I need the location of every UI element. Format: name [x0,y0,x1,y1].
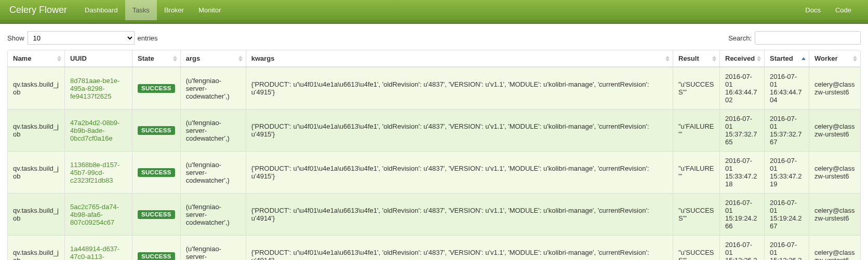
state-badge: SUCCESS [138,252,175,261]
cell-state: SUCCESS [132,235,181,260]
uuid-link[interactable]: 47a2b4d2-08b9-4b9b-8ade-0bcd7cf0a16e [70,119,119,142]
col-header-kwargs[interactable]: kwargs [246,50,673,67]
cell-received: 2016-07-01 15:33:47.218 [720,151,765,193]
cell-result: "u'SUCCESS'" [673,67,720,109]
cell-args: (u'fengniao-server-codewatcher',) [181,151,246,193]
col-header-started[interactable]: Started [765,50,809,67]
col-header-worker[interactable]: Worker [809,50,860,67]
sort-asc-icon [853,56,857,58]
cell-args: (u'fengniao-server-codewatcher',) [181,109,246,151]
col-header-name[interactable]: Name [8,50,65,67]
cell-name: qv.tasks.build_job [8,109,65,151]
table-row: qv.tasks.build_job1a448914-d637-47c0-a11… [8,235,860,260]
cell-state: SUCCESS [132,193,181,235]
sort-desc-icon [712,59,716,61]
table-row: qv.tasks.build_job11368b8e-d157-45b7-99c… [8,151,860,193]
sort-desc-icon [665,59,670,61]
table-controls: Show 10 entries Search: [0,24,868,50]
cell-args: (u'fengniao-server-codewatcher',) [181,67,246,109]
cell-state: SUCCESS [132,67,181,109]
cell-uuid: 47a2b4d2-08b9-4b9b-8ade-0bcd7cf0a16e [65,109,132,151]
sort-desc-icon [57,59,61,61]
nav-item-docs[interactable]: Docs [798,0,828,20]
nav-left: DashboardTasksBrokerMonitor [77,0,229,20]
cell-result: "u'SUCCESS'" [673,235,720,260]
brand[interactable]: Celery Flower [9,5,67,16]
cell-started: 2016-07-01 16:43:44.704 [765,67,809,109]
nav-item-tasks[interactable]: Tasks [125,0,157,20]
uuid-link[interactable]: 8d781aae-be1e-495a-8298-fe94137f2625 [70,77,119,100]
cell-received: 2016-07-01 16:43:44.702 [720,67,765,109]
cell-kwargs: {'PRODUCT': u'\u4f01\u4e1a\u6613\u4fe1',… [246,193,673,235]
tasks-table: Name UUID State args kwargs Result Recei… [7,50,861,260]
state-badge: SUCCESS [138,168,175,177]
table-row: qv.tasks.build_job47a2b4d2-08b9-4b9b-8ad… [8,109,860,151]
nav-right: DocsCode [798,0,859,20]
sort-desc-icon [238,59,243,61]
cell-received: 2016-07-01 15:12:26.271 [720,235,765,260]
sort-asc-icon [173,56,177,58]
cell-started: 2016-07-01 15:37:32.767 [765,109,809,151]
nav-item-monitor[interactable]: Monitor [191,0,228,20]
cell-worker: celery@classzw-urstest6 [809,193,860,235]
col-header-args[interactable]: args [181,50,246,67]
cell-uuid: 5ac2c765-da74-4b98-afa6-807c09254c67 [65,193,132,235]
cell-kwargs: {'PRODUCT': u'\u4f01\u4e1a\u6613\u4fe1',… [246,151,673,193]
cell-received: 2016-07-01 15:37:32.765 [720,109,765,151]
entries-label: entries [138,34,158,42]
state-badge: SUCCESS [138,84,175,93]
col-header-received[interactable]: Received [720,50,765,67]
uuid-link[interactable]: 5ac2c765-da74-4b98-afa6-807c09254c67 [70,203,119,226]
cell-state: SUCCESS [132,109,181,151]
table-row: qv.tasks.build_job5ac2c765-da74-4b98-afa… [8,193,860,235]
col-header-state[interactable]: State [132,50,181,67]
nav-item-code[interactable]: Code [828,0,859,20]
cell-worker: celery@classzw-urstest6 [809,67,860,109]
cell-uuid: 8d781aae-be1e-495a-8298-fe94137f2625 [65,67,132,109]
col-header-result[interactable]: Result [673,50,720,67]
cell-name: qv.tasks.build_job [8,67,65,109]
search-label: Search: [728,34,752,42]
cell-worker: celery@classzw-urstest6 [809,235,860,260]
nav-item-dashboard[interactable]: Dashboard [77,0,125,20]
cell-uuid: 11368b8e-d157-45b7-99cd-c2323f21db83 [65,151,132,193]
cell-result: "u'FAILURE'" [673,109,720,151]
cell-kwargs: {'PRODUCT': u'\u4f01\u4e1a\u6613\u4fe1',… [246,67,673,109]
cell-name: qv.tasks.build_job [8,235,65,260]
cell-result: "u'SUCCESS'" [673,193,720,235]
sort-asc-icon [57,56,61,58]
sort-asc-icon [712,56,716,58]
table-row: qv.tasks.build_job8d781aae-be1e-495a-829… [8,67,860,109]
table-body: qv.tasks.build_job8d781aae-be1e-495a-829… [8,67,860,260]
cell-received: 2016-07-01 15:19:24.266 [720,193,765,235]
search-input[interactable] [755,31,861,45]
cell-worker: celery@classzw-urstest6 [809,109,860,151]
cell-args: (u'fengniao-server-codewatcher',) [181,193,246,235]
cell-worker: celery@classzw-urstest6 [809,151,860,193]
cell-name: qv.tasks.build_job [8,193,65,235]
cell-kwargs: {'PRODUCT': u'\u4f01\u4e1a\u6613\u4fe1',… [246,235,673,260]
cell-started: 2016-07-01 15:19:24.267 [765,193,809,235]
cell-state: SUCCESS [132,151,181,193]
col-header-uuid[interactable]: UUID [65,50,132,67]
navbar: Celery Flower DashboardTasksBrokerMonito… [0,0,868,21]
sort-desc-icon [173,59,177,61]
sort-asc-icon [238,56,243,58]
state-badge: SUCCESS [138,126,175,135]
page-length-select[interactable]: 10 [28,31,135,45]
state-badge: SUCCESS [138,210,175,219]
sort-asc-icon [757,56,761,58]
uuid-link[interactable]: 1a448914-d637-47c0-a113-d77b3c1ba751 [70,245,119,261]
sort-asc-icon [665,56,670,58]
cell-args: (u'fengniao-server-codewatcher',) [181,235,246,260]
uuid-link[interactable]: 11368b8e-d157-45b7-99cd-c2323f21db83 [70,161,119,184]
cell-result: "u'FAILURE'" [673,151,720,193]
nav-item-broker[interactable]: Broker [157,0,191,20]
table-header-row: Name UUID State args kwargs Result Recei… [8,50,860,67]
sort-asc-icon [802,57,806,60]
sort-desc-icon [853,59,857,61]
cell-name: qv.tasks.build_job [8,151,65,193]
sort-desc-icon [757,59,761,61]
cell-started: 2016-07-01 15:33:47.219 [765,151,809,193]
cell-started: 2016-07-01 15:12:26.273 [765,235,809,260]
